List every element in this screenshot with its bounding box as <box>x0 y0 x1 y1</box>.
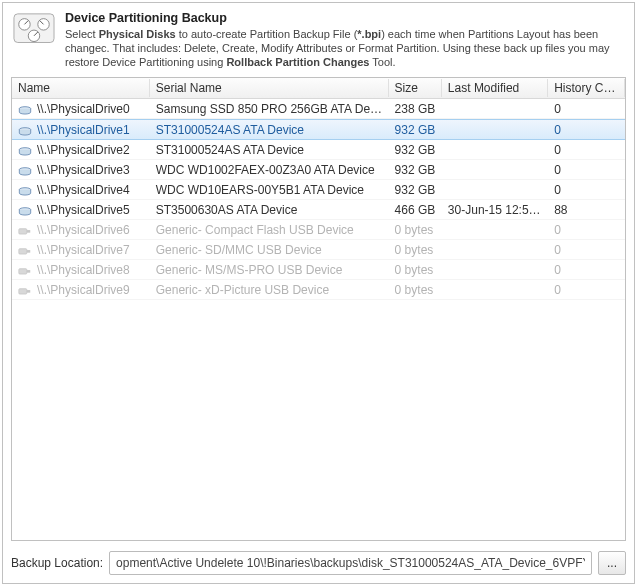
drive-size: 932 GB <box>389 141 442 159</box>
drive-modified <box>442 268 548 272</box>
drive-name: \\.\PhysicalDrive9 <box>37 283 130 297</box>
drive-name: \\.\PhysicalDrive3 <box>37 163 130 177</box>
table-row[interactable]: \\.\PhysicalDrive1ST31000524AS ATA Devic… <box>12 119 625 140</box>
hdd-icon <box>18 185 32 195</box>
col-name[interactable]: Name <box>12 79 150 97</box>
hdd-icon <box>18 205 32 215</box>
drive-size: 0 bytes <box>389 241 442 259</box>
usb-icon <box>18 265 32 275</box>
drive-modified <box>442 288 548 292</box>
drive-modified <box>442 188 548 192</box>
svg-rect-19 <box>19 289 27 294</box>
drive-modified <box>442 168 548 172</box>
drive-serial: Generic- xD-Picture USB Device <box>150 281 389 299</box>
drive-history: 0 <box>548 221 625 239</box>
table-row[interactable]: \\.\PhysicalDrive0Samsung SSD 850 PRO 25… <box>12 99 625 119</box>
browse-button[interactable]: ... <box>598 551 626 575</box>
table-row[interactable]: \\.\PhysicalDrive8Generic- MS/MS-PRO USB… <box>12 260 625 280</box>
col-serial[interactable]: Serial Name <box>150 79 389 97</box>
hdd-icon <box>18 125 32 135</box>
drive-modified <box>442 128 548 132</box>
usb-icon <box>18 285 32 295</box>
svg-rect-13 <box>19 229 27 234</box>
table-row[interactable]: \\.\PhysicalDrive9Generic- xD-Picture US… <box>12 280 625 300</box>
usb-icon <box>18 225 32 235</box>
usb-icon <box>18 245 32 255</box>
drive-history: 0 <box>548 141 625 159</box>
table-row[interactable]: \\.\PhysicalDrive3WDC WD1002FAEX-00Z3A0 … <box>12 160 625 180</box>
drive-serial: WDC WD10EARS-00Y5B1 ATA Device <box>150 181 389 199</box>
desc-text: Select <box>65 28 99 40</box>
drive-history: 88 <box>548 201 625 219</box>
backup-location-label: Backup Location: <box>11 556 103 570</box>
drive-history: 0 <box>548 281 625 299</box>
backup-location-input[interactable] <box>109 551 592 575</box>
svg-rect-18 <box>27 270 31 273</box>
table-row[interactable]: \\.\PhysicalDrive7Generic- SD/MMC USB De… <box>12 240 625 260</box>
drive-name: \\.\PhysicalDrive5 <box>37 203 130 217</box>
drive-serial: WDC WD1002FAEX-00Z3A0 ATA Device <box>150 161 389 179</box>
desc-text: Tool. <box>369 56 395 68</box>
table-row[interactable]: \\.\PhysicalDrive4WDC WD10EARS-00Y5B1 AT… <box>12 180 625 200</box>
dialog: Device Partitioning Backup Select Physic… <box>2 2 635 584</box>
drive-serial: Generic- SD/MMC USB Device <box>150 241 389 259</box>
column-headers: Name Serial Name Size Last Modified Hist… <box>12 78 625 99</box>
drive-history: 0 <box>548 261 625 279</box>
drive-name: \\.\PhysicalDrive4 <box>37 183 130 197</box>
svg-point-1 <box>19 19 30 30</box>
drive-name: \\.\PhysicalDrive2 <box>37 143 130 157</box>
drive-modified <box>442 107 548 111</box>
drive-history: 0 <box>548 181 625 199</box>
col-history[interactable]: History Count <box>548 79 625 97</box>
drive-size: 932 GB <box>389 121 442 139</box>
drive-modified <box>442 148 548 152</box>
table-row[interactable]: \\.\PhysicalDrive2ST31000524AS ATA Devic… <box>12 140 625 160</box>
drive-serial: ST31000524AS ATA Device <box>150 141 389 159</box>
svg-rect-17 <box>19 269 27 274</box>
drive-name: \\.\PhysicalDrive8 <box>37 263 130 277</box>
drive-serial: ST31000524AS ATA Device <box>150 121 389 139</box>
browse-label: ... <box>607 556 617 570</box>
drive-size: 0 bytes <box>389 221 442 239</box>
svg-rect-14 <box>27 230 31 233</box>
drive-history: 0 <box>548 161 625 179</box>
drive-history: 0 <box>548 241 625 259</box>
desc-text: to auto-create Partition Backup File ( <box>176 28 358 40</box>
drive-name: \\.\PhysicalDrive7 <box>37 243 130 257</box>
drive-size: 0 bytes <box>389 281 442 299</box>
svg-rect-16 <box>27 250 31 253</box>
table-row[interactable]: \\.\PhysicalDrive5ST3500630AS ATA Device… <box>12 200 625 220</box>
hdd-icon <box>18 104 32 114</box>
list-body[interactable]: \\.\PhysicalDrive0Samsung SSD 850 PRO 25… <box>12 99 625 540</box>
drive-size: 932 GB <box>389 181 442 199</box>
gauges-icon <box>13 11 55 47</box>
svg-rect-20 <box>27 290 31 293</box>
drive-serial: Generic- MS/MS-PRO USB Device <box>150 261 389 279</box>
drive-serial: ST3500630AS ATA Device <box>150 201 389 219</box>
drive-size: 0 bytes <box>389 261 442 279</box>
hdd-icon <box>18 145 32 155</box>
page-desc: Select Physical Disks to auto-create Par… <box>65 27 624 69</box>
drive-name: \\.\PhysicalDrive0 <box>37 102 130 116</box>
drive-modified <box>442 228 548 232</box>
drive-history: 0 <box>548 100 625 118</box>
drive-list: Name Serial Name Size Last Modified Hist… <box>11 77 626 541</box>
drive-name: \\.\PhysicalDrive1 <box>37 123 130 137</box>
hdd-icon <box>18 165 32 175</box>
col-size[interactable]: Size <box>389 79 442 97</box>
desc-bold: Physical Disks <box>99 28 176 40</box>
header: Device Partitioning Backup Select Physic… <box>3 3 634 75</box>
drive-history: 0 <box>548 121 625 139</box>
drive-name: \\.\PhysicalDrive6 <box>37 223 130 237</box>
drive-modified <box>442 248 548 252</box>
col-modified[interactable]: Last Modified <box>442 79 548 97</box>
drive-modified: 30-Jun-15 12:56:59 <box>442 201 548 219</box>
page-title: Device Partitioning Backup <box>65 11 624 25</box>
drive-size: 932 GB <box>389 161 442 179</box>
drive-size: 238 GB <box>389 100 442 118</box>
header-text: Device Partitioning Backup Select Physic… <box>65 11 624 69</box>
drive-size: 466 GB <box>389 201 442 219</box>
drive-serial: Samsung SSD 850 PRO 256GB ATA Device <box>150 100 389 118</box>
table-row[interactable]: \\.\PhysicalDrive6Generic- Compact Flash… <box>12 220 625 240</box>
desc-bold: Rollback Partition Changes <box>226 56 369 68</box>
